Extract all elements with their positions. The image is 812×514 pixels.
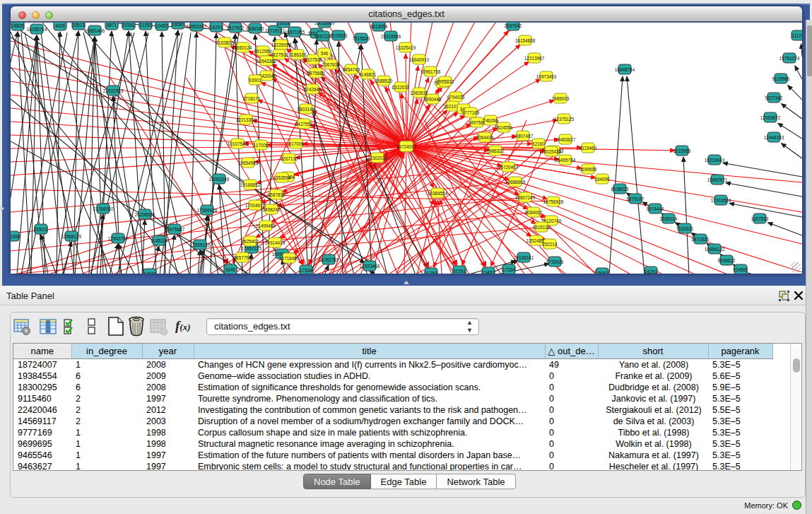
svg-text:19218506: 19218506 <box>381 34 401 39</box>
svg-text:21631503: 21631503 <box>103 88 124 93</box>
svg-text:6466160: 6466160 <box>247 26 264 31</box>
svg-text:10543382: 10543382 <box>257 59 277 64</box>
svg-text:10973493: 10973493 <box>536 74 557 79</box>
svg-text:12213967: 12213967 <box>524 56 545 61</box>
svg-text:924561: 924561 <box>733 267 748 272</box>
svg-text:2718170: 2718170 <box>243 96 261 101</box>
svg-text:1733426: 1733426 <box>546 259 564 264</box>
svg-text:7632621: 7632621 <box>676 226 694 231</box>
svg-text:10975887: 10975887 <box>165 227 185 232</box>
svg-text:12942757: 12942757 <box>108 236 129 241</box>
svg-text:3624554: 3624554 <box>495 125 513 130</box>
svg-text:1145114: 1145114 <box>151 238 167 243</box>
svg-text:9129966: 9129966 <box>772 76 790 81</box>
svg-text:835011: 835011 <box>34 227 49 232</box>
svg-text:16291: 16291 <box>210 25 223 30</box>
svg-text:93901: 93901 <box>249 78 261 83</box>
svg-text:17334: 17334 <box>300 268 312 273</box>
svg-text:6322037: 6322037 <box>392 85 410 90</box>
svg-text:12375125: 12375125 <box>554 117 575 122</box>
svg-text:7625402: 7625402 <box>242 239 259 244</box>
svg-text:8186328: 8186328 <box>289 52 307 57</box>
svg-text:10719131: 10719131 <box>265 28 286 33</box>
svg-text:10807487: 10807487 <box>513 134 534 139</box>
svg-text:12923: 12923 <box>143 271 156 274</box>
svg-text:16671355: 16671355 <box>285 30 305 35</box>
svg-text:16648784: 16648784 <box>615 67 635 72</box>
svg-text:10688609: 10688609 <box>505 180 526 185</box>
svg-text:1588520: 1588520 <box>375 78 393 83</box>
svg-text:117006: 117006 <box>254 143 269 148</box>
svg-text:16640910: 16640910 <box>409 57 430 62</box>
svg-text:2367608: 2367608 <box>322 62 340 67</box>
svg-text:8990448: 8990448 <box>424 97 442 102</box>
svg-text:16154808: 16154808 <box>515 38 536 43</box>
svg-text:10452: 10452 <box>155 23 168 28</box>
svg-text:18835: 18835 <box>11 23 24 28</box>
svg-text:1362615: 1362615 <box>411 90 428 95</box>
svg-text:164095: 164095 <box>594 177 610 182</box>
svg-text:2935114: 2935114 <box>660 216 678 221</box>
svg-text:16033: 16033 <box>277 23 290 25</box>
svg-text:17016504: 17016504 <box>711 198 731 203</box>
svg-text:9777169: 9777169 <box>462 110 480 115</box>
svg-text:9657791: 9657791 <box>234 255 252 260</box>
svg-text:917006: 917006 <box>288 141 304 146</box>
svg-text:12093872: 12093872 <box>760 115 781 120</box>
svg-text:16210643: 16210643 <box>705 158 725 163</box>
svg-text:9245612: 9245612 <box>718 258 736 263</box>
svg-text:11253: 11253 <box>139 23 152 28</box>
svg-text:7857224: 7857224 <box>314 34 332 39</box>
svg-text:6794028: 6794028 <box>447 95 465 100</box>
svg-text:9245: 9245 <box>225 267 236 272</box>
svg-text:10025433: 10025433 <box>541 149 562 154</box>
svg-text:8471626: 8471626 <box>692 237 710 242</box>
svg-text:7515526: 7515526 <box>353 36 370 41</box>
svg-text:9242848: 9242848 <box>304 87 322 92</box>
svg-text:16291: 16291 <box>645 269 657 274</box>
svg-text:20391: 20391 <box>122 23 135 28</box>
svg-text:11253: 11253 <box>425 271 437 274</box>
svg-text:3267130: 3267130 <box>281 156 298 161</box>
svg-text:14055714: 14055714 <box>27 27 47 32</box>
svg-text:2803144: 2803144 <box>298 107 315 112</box>
svg-text:391590: 391590 <box>11 234 20 239</box>
svg-text:11499489: 11499489 <box>256 223 276 228</box>
svg-text:7163822: 7163822 <box>216 40 234 45</box>
svg-text:19654985: 19654985 <box>238 160 259 165</box>
svg-text:15751074: 15751074 <box>779 56 800 61</box>
svg-text:19384554: 19384554 <box>428 191 448 196</box>
svg-text:1527602: 1527602 <box>227 25 245 30</box>
svg-text:8427552: 8427552 <box>295 122 313 127</box>
svg-text:14136141: 14136141 <box>514 255 534 260</box>
svg-text:20391: 20391 <box>453 269 466 274</box>
svg-text:10961758: 10961758 <box>420 69 441 74</box>
svg-text:9827503: 9827503 <box>271 52 288 57</box>
svg-text:7485003: 7485003 <box>552 96 570 101</box>
svg-text:4426: 4426 <box>55 23 66 28</box>
svg-text:21266050: 21266050 <box>93 206 114 211</box>
svg-text:2364436: 2364436 <box>476 135 494 140</box>
svg-text:7515526: 7515526 <box>330 33 348 38</box>
svg-text:1353594: 1353594 <box>273 175 291 180</box>
svg-text:8454749: 8454749 <box>343 67 360 72</box>
svg-text:10107543: 10107543 <box>228 141 248 146</box>
svg-text:28053346: 28053346 <box>209 177 230 182</box>
svg-text:14914479: 14914479 <box>265 240 286 245</box>
svg-text:746266: 746266 <box>483 118 498 123</box>
svg-text:9146821: 9146821 <box>359 72 377 77</box>
svg-text:12923468: 12923468 <box>360 264 380 269</box>
svg-text:26206526: 26206526 <box>135 212 155 217</box>
svg-text:8912954: 8912954 <box>254 49 272 54</box>
svg-text:19087: 19087 <box>596 271 608 274</box>
svg-text:1615132: 1615132 <box>533 225 551 230</box>
svg-text:8871: 8871 <box>107 23 117 28</box>
svg-text:12505135: 12505135 <box>190 243 211 247</box>
svg-text:23302035: 23302035 <box>367 156 388 160</box>
svg-text:2687642: 2687642 <box>505 23 522 28</box>
svg-text:19087: 19087 <box>172 23 184 27</box>
svg-text:16782759: 16782759 <box>319 257 339 262</box>
svg-text:18807249: 18807249 <box>515 195 536 200</box>
svg-text:19166852: 19166852 <box>240 182 261 187</box>
svg-text:9115460: 9115460 <box>579 146 597 151</box>
